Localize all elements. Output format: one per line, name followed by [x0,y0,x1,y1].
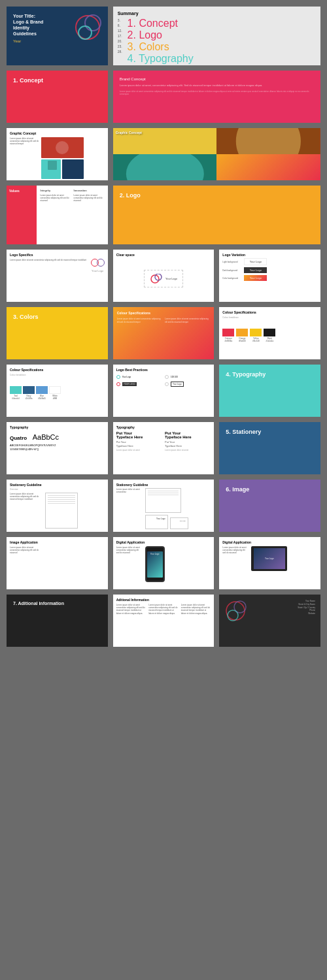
logo-circles [91,259,105,267]
swatch-white [49,386,61,394]
swatch-blue [23,386,35,394]
contact-address: Street & City Name [298,603,315,606]
stationery-section-card: 5. Stationery [219,422,320,474]
add-text-col-1: Lorem ipsum dolor sit amet consectetur a… [116,604,146,615]
gr-cell-1: Graphic Concept [113,128,217,154]
graphic-images [41,137,105,180]
toc-item-logo: 2. Logo [128,29,233,41]
colour-specs-col-1: Lorem ipsum dolor sit amet consectetur a… [117,318,162,323]
img-preview-logo-1: Your Logo [43,555,48,561]
logo-item-2: 100 100 [165,375,211,379]
logo-specs-card: Logo Specifics Lorem ipsum dolor sit ame… [7,250,108,302]
values-columns: Integrity Lorem ipsum dolor sit amet con… [40,189,104,202]
toc-numbers: 3.8.12.17.20.23.28. [118,18,122,65]
swatch-group-4: Black#1a1a1a [264,329,275,342]
values-card: Values Integrity Lorem ipsum dolor sit a… [7,186,108,244]
swatch-black-label: Black#1a1a1a [266,337,273,342]
graphic-text: Lorem ipsum dolor sit amet consectetur a… [10,137,39,180]
swatch-black [264,329,275,336]
svg-rect-7 [48,161,57,170]
typography-section-card: 4. Typography [219,365,320,417]
colors-section-card: 3. Colors [7,307,108,359]
add-text-title: Aditional Information [116,598,211,602]
typo-sample: AaBbCc [33,433,59,441]
logo-best-card: Logo Best Practices Your Logo 100 100 YO… [113,365,215,417]
graphic-concept-right-card: Graphic Concept [113,128,320,180]
phone-screen: Your Logo [147,551,163,578]
values-col-2: Innovation Lorem ipsum dolor sit amet co… [74,189,105,202]
brand-concept-subtext: Lorem ipsum dolor sit amet consectetur a… [120,90,314,95]
swatch-teal [10,386,22,394]
colour-specs-blue-subtitle: Colour breakdown [10,374,105,376]
swatch-orange-label: Orange#f5a623 [239,337,246,342]
digital-layout: Lorem ipsum dolor sit amet consectetur a… [116,546,211,582]
logo-var-color: Your Logo [244,275,267,281]
graphic-concept-title-overlay: Graphic Concept [116,131,142,135]
add-text-col-3: Lorem ipsum dolor sit amet consectetur a… [181,604,211,615]
card-mock-2: Your Logo [170,517,188,529]
logo-grid: Your Logo 100 100 YOUR LOGO Your Logo [116,375,211,387]
card-mock-logo-2: Your Logo [171,518,188,523]
brand-concept-text: Lorem ipsum dolor sit amet, consectetur … [120,84,314,88]
logo-item-3: YOUR LOGO [116,382,162,387]
colour-specs-gradient-title: Colour Specifications [117,311,211,315]
add-text-col-2: Lorem ipsum dolor sit amet consectetur a… [148,604,179,615]
swatch-blue-label: Navy#2c5f8a [26,395,33,400]
cover-card: Your Title: Logo & Brand Identity Guidel… [7,7,108,65]
stat-right-mocks: Your Logo Your Logo [145,488,188,529]
toc-item-stationery: 5. Stationery [128,65,233,65]
swatch-group-2: Orange#f5a623 [236,329,248,342]
add-text-cols: Lorem ipsum dolor sit amet consectetur a… [116,604,211,615]
envelope-lines [146,489,181,498]
swatch-group-blue: Navy#2c5f8a [23,386,35,400]
colour-specs-subtitle: Colour breakdown [222,316,317,319]
stat-guide-layout: Lorem ipsum dolor sit amet consectetur a… [10,493,105,529]
contact-website: Website [298,612,315,615]
typo-alphabet: ABCDEFGHIJKLMNOPQRSTUVWXYZ 1234567890!@#… [10,444,105,451]
graphic-layout: Lorem ipsum dolor sit amet consectetur a… [10,137,105,180]
logo-var-items: Light background Your Logo Dark backgrou… [222,258,317,281]
phone-container: Your Logo [145,546,165,582]
stat-text-col: Lorem ipsum dolor sit amet consectetur a… [10,493,43,529]
add-dark-contact: Your Name Street & City Name State / Zip… [298,600,315,625]
additional-text-card: Aditional Information Lorem ipsum dolor … [113,595,215,647]
digital-layout-2: Lorem ipsum dolor sit amet consectetur a… [222,546,317,571]
logo-label-2: 100 100 [171,376,178,378]
logo-var-item-3: Color background Your Logo [222,275,317,281]
svg-point-11 [126,154,203,180]
swatch-group-white: White#ffffff [49,386,61,400]
typo-col-1: Put Your Typeface Here Put Your Typeface… [116,431,162,451]
values-red-bar: Values [7,186,37,244]
values-content: Integrity Lorem ipsum dolor sit amet con… [37,186,107,205]
logo-var-white: Your Logo [244,258,267,265]
stat-line-5 [48,503,75,504]
logo-label-1: Your Logo [122,376,131,378]
logo-variation-card: Logo Variation Light background Your Log… [219,250,320,302]
stationery-guideline-left-card: Stationery Guideline Overview Lorem ipsu… [7,480,108,532]
clear-space-content: Your Logo [116,259,211,298]
stat-line-1 [48,495,75,496]
swatch-yellow [250,329,262,336]
toc-item-concept: 1. Concept [128,18,233,29]
brand-concept-title: Brand Concept [120,77,314,81]
toc-card: Summary 3.8.12.17.20.23.28. 1. Concept 2… [113,7,320,65]
swatch-orange [236,329,248,336]
digital-app-right-card: Digital Application Lorem ipsum dolor si… [219,537,320,589]
additional-label: 7. Aditional information [13,601,101,606]
logo-outline-rect: Your Logo [171,382,184,387]
add-dark-rings [224,600,247,625]
card-mock-1: Your Logo [145,515,168,529]
toc-item-colors: 3. Colors [128,41,233,53]
svg-point-6 [56,141,69,154]
digital-title: Digital Application [116,540,211,544]
typo-col-1-head: Put Your Typeface Here [116,431,162,439]
logo-var-dark: Your Logo [244,267,267,273]
logo-var-item-1: Light background Your Logo [222,258,317,265]
image-label: 6. Image [226,486,314,493]
stationery-guideline-right-card: Stationery Guideline Lorem ipsum dolor s… [113,480,215,532]
img-preview-logo-2: Your Logo [43,574,48,581]
toc-grid: 3.8.12.17.20.23.28. 1. Concept 2. Logo 3… [118,18,316,65]
typo-col-2-sub: Put Your Typeface Here [165,440,211,448]
additional-dark2-card: Your Name Street & City Name State / Zip… [219,595,320,647]
toc-item-typography: 4. Typography [128,53,233,65]
